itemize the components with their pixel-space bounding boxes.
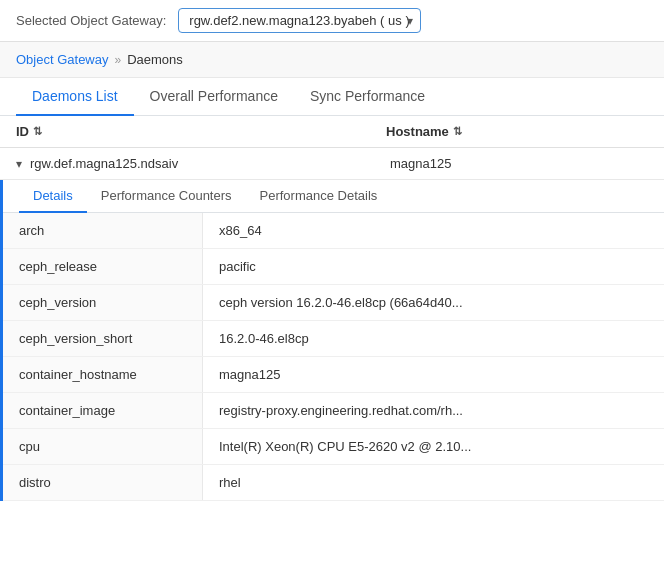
details-row-ceph-release: ceph_release pacific [3, 249, 664, 285]
row-id: rgw.def.magna125.ndsaiv [30, 156, 390, 171]
col-id-label: ID [16, 124, 29, 139]
breadcrumb: Object Gateway » Daemons [0, 42, 664, 78]
value-container-hostname: magna125 [203, 357, 664, 392]
key-container-hostname: container_hostname [3, 357, 203, 392]
breadcrumb-current: Daemons [127, 52, 183, 67]
details-row-ceph-version: ceph_version ceph version 16.2.0-46.el8c… [3, 285, 664, 321]
details-row-arch: arch x86_64 [3, 213, 664, 249]
value-ceph-version: ceph version 16.2.0-46.el8cp (66a64d40..… [203, 285, 664, 320]
value-distro: rhel [203, 465, 664, 500]
value-ceph-version-short: 16.2.0-46.el8cp [203, 321, 664, 356]
key-ceph-version: ceph_version [3, 285, 203, 320]
details-row-container-hostname: container_hostname magna125 [3, 357, 664, 393]
key-container-image: container_image [3, 393, 203, 428]
tab-daemons-list[interactable]: Daemons List [16, 78, 134, 116]
value-ceph-release: pacific [203, 249, 664, 284]
col-hostname-label: Hostname [386, 124, 449, 139]
expanded-section: Details Performance Counters Performance… [0, 180, 664, 501]
details-table: arch x86_64 ceph_release pacific ceph_ve… [3, 213, 664, 501]
value-cpu: Intel(R) Xeon(R) CPU E5-2620 v2 @ 2.10..… [203, 429, 664, 464]
breadcrumb-separator: » [115, 53, 122, 67]
row-expand-icon[interactable]: ▾ [16, 157, 22, 171]
id-sort-icon[interactable]: ⇅ [33, 125, 42, 138]
hostname-sort-icon[interactable]: ⇅ [453, 125, 462, 138]
breadcrumb-root[interactable]: Object Gateway [16, 52, 109, 67]
table-header: ID ⇅ Hostname ⇅ [0, 116, 664, 148]
tab-overall-performance[interactable]: Overall Performance [134, 78, 294, 116]
details-row-cpu: cpu Intel(R) Xeon(R) CPU E5-2620 v2 @ 2.… [3, 429, 664, 465]
gateway-select-wrapper[interactable]: rgw.def2.new.magna123.byabeh ( us ) [178, 8, 421, 33]
key-distro: distro [3, 465, 203, 500]
value-arch: x86_64 [203, 213, 664, 248]
row-hostname: magna125 [390, 156, 648, 171]
col-id-header: ID ⇅ [16, 124, 386, 139]
gateway-label: Selected Object Gateway: [16, 13, 166, 28]
table-row: ▾ rgw.def.magna125.ndsaiv magna125 [0, 148, 664, 180]
main-tabs: Daemons List Overall Performance Sync Pe… [0, 78, 664, 116]
details-row-distro: distro rhel [3, 465, 664, 501]
inner-tab-performance-details[interactable]: Performance Details [246, 180, 392, 213]
value-container-image: registry-proxy.engineering.redhat.com/rh… [203, 393, 664, 428]
inner-tab-details[interactable]: Details [19, 180, 87, 213]
details-row-ceph-version-short: ceph_version_short 16.2.0-46.el8cp [3, 321, 664, 357]
top-bar: Selected Object Gateway: rgw.def2.new.ma… [0, 0, 664, 42]
key-ceph-version-short: ceph_version_short [3, 321, 203, 356]
col-hostname-header: Hostname ⇅ [386, 124, 648, 139]
key-arch: arch [3, 213, 203, 248]
key-cpu: cpu [3, 429, 203, 464]
details-row-container-image: container_image registry-proxy.engineeri… [3, 393, 664, 429]
tab-sync-performance[interactable]: Sync Performance [294, 78, 441, 116]
gateway-select[interactable]: rgw.def2.new.magna123.byabeh ( us ) [178, 8, 421, 33]
inner-tabs: Details Performance Counters Performance… [3, 180, 664, 213]
key-ceph-release: ceph_release [3, 249, 203, 284]
inner-tab-performance-counters[interactable]: Performance Counters [87, 180, 246, 213]
